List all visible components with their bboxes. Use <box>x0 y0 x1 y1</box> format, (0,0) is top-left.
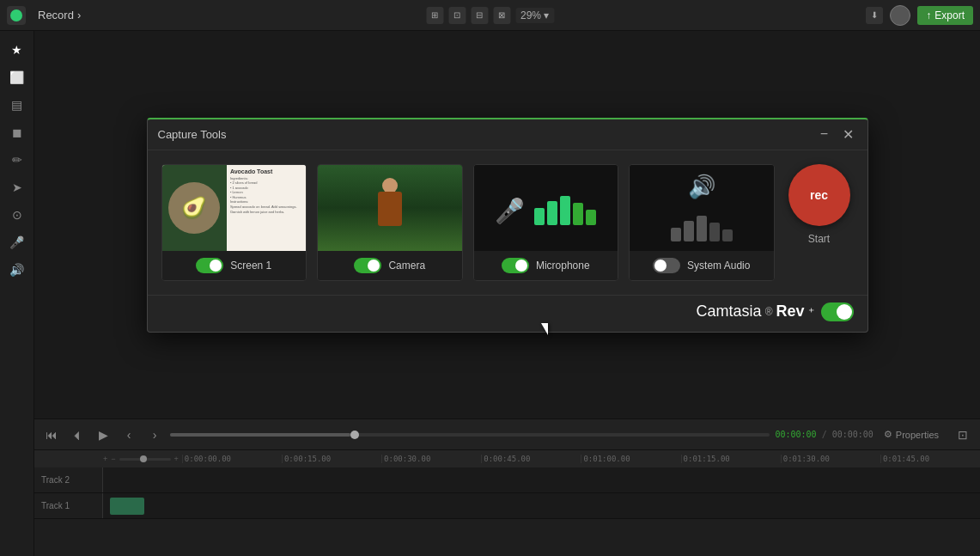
sidebar-item-annotations[interactable]: ✏ <box>5 148 29 172</box>
recipe-title: Avocado Toast <box>230 168 302 174</box>
rev-text: Rev <box>776 302 804 321</box>
audio-bar-2 <box>547 201 557 225</box>
microphone-icon: 🎤 <box>495 197 525 225</box>
top-bar-right: ⬇ ↑ Export <box>866 5 973 26</box>
camera-label: Camera <box>388 260 425 272</box>
rec-button[interactable]: rec <box>788 164 850 226</box>
system-audio-label: System Audio <box>687 260 750 272</box>
step-forward-button[interactable]: ‹ <box>119 425 139 445</box>
modal-body: 🥑 Avocado Toast Ingredients: • 2 slices … <box>148 150 867 295</box>
sys-bar-2 <box>684 221 694 241</box>
sidebar-item-canvas[interactable]: ◼ <box>5 120 29 144</box>
person-silhouette <box>373 178 407 251</box>
ruler-mark-6: 0:01:30.00 <box>781 455 880 463</box>
screen1-card: 🥑 Avocado Toast Ingredients: • 2 slices … <box>161 164 307 281</box>
add-track-icon[interactable]: + <box>103 455 107 463</box>
zoom-out-icon[interactable]: − <box>111 455 115 463</box>
track-2-label: Track 2 <box>34 467 103 492</box>
microphone-preview: 🎤 <box>474 165 618 251</box>
export-icon: ↑ <box>926 9 931 21</box>
screen1-label: Screen 1 <box>230 260 271 272</box>
play-button[interactable]: ▶ <box>93 425 113 445</box>
zoom-indicator[interactable]: 29% ▾ <box>515 8 554 23</box>
scrubber-thumb <box>350 431 359 439</box>
track-1-clip[interactable] <box>110 498 144 515</box>
camtasia-rev-toggle[interactable] <box>821 302 854 321</box>
sys-bar-3 <box>697 216 707 241</box>
screen1-preview: 🥑 Avocado Toast Ingredients: • 2 slices … <box>162 165 307 251</box>
capture-cards: 🥑 Avocado Toast Ingredients: • 2 slices … <box>161 164 775 281</box>
scrubber-fill <box>170 433 350 437</box>
sys-audio-bars <box>671 207 733 241</box>
plus-icon: ⁺ <box>808 305 814 319</box>
ingredients-list: • 2 slices of bread• 1 avocado• Lemon• H… <box>230 180 302 205</box>
ruler-mark-4: 0:01:00.00 <box>581 455 680 463</box>
download-icon[interactable]: ⬇ <box>866 7 883 24</box>
properties-button[interactable]: ⚙ Properties <box>879 427 944 442</box>
export-button[interactable]: ↑ Export <box>917 6 973 25</box>
record-button[interactable]: Record › <box>33 7 86 23</box>
top-bar: Record › ⊞ ⊡ ⊟ ⊠ 29% ▾ ⬇ ↑ Export <box>0 0 980 31</box>
mic-audio-bars: 🎤 <box>495 191 596 225</box>
avatar[interactable] <box>890 5 910 26</box>
modal-minimize-button[interactable]: − <box>816 125 833 143</box>
time-current: 00:00:00 <box>775 430 816 439</box>
ruler-mark-0: 0:00:00.00 <box>182 455 282 463</box>
crop-icon[interactable]: ⊞ <box>426 7 443 24</box>
sidebar-item-voice[interactable]: 🔊 <box>5 258 29 282</box>
zoom-dropdown-icon: ▾ <box>544 9 549 21</box>
track-2-content[interactable] <box>103 467 980 492</box>
skip-forward-button[interactable]: › <box>144 425 165 445</box>
sidebar-item-media[interactable]: ⬜ <box>5 65 29 89</box>
timeline-scrubber[interactable] <box>170 433 770 437</box>
microphone-toggle[interactable] <box>502 258 529 273</box>
properties-label: Properties <box>896 430 939 440</box>
person-torso <box>378 192 402 226</box>
sys-bar-5 <box>722 229 733 241</box>
timeline-ruler: + − + 0:00:00.00 0:00:15.00 0:00:30.00 0… <box>34 450 980 467</box>
camtasia-rev-logo: Camtasia ® Rev ⁺ <box>697 302 814 321</box>
track-row-2: Track 2 <box>34 467 980 493</box>
time-display: 00:00:00 / 00:00:00 <box>775 430 873 439</box>
time-total: 00:00:00 <box>832 430 873 439</box>
record-section: rec Start <box>785 164 854 245</box>
sidebar-item-library[interactable]: ▤ <box>5 93 29 117</box>
track-1-label: Track 1 <box>34 493 103 518</box>
ruler-mark-7: 0:01:45.00 <box>880 455 980 463</box>
ruler-mark-5: 0:01:15.00 <box>681 455 781 463</box>
zoom-slider-thumb[interactable] <box>140 455 147 462</box>
fit-icon[interactable]: ⊡ <box>448 7 466 24</box>
sidebar-item-transitions[interactable]: ➤ <box>5 175 29 199</box>
camera-label-row: Camera <box>318 251 462 280</box>
timeline-area: + − + 0:00:00.00 0:00:15.00 0:00:30.00 0… <box>34 450 980 556</box>
sidebar-item-behaviors[interactable]: ⊙ <box>5 203 29 227</box>
expand-icon[interactable]: ⊡ <box>953 425 973 445</box>
audio-bar-1 <box>534 208 545 225</box>
track-1-content[interactable] <box>103 493 980 518</box>
camera-feed <box>318 165 462 251</box>
time-separator: / <box>822 430 832 439</box>
camera-toggle[interactable] <box>354 258 381 273</box>
breadcrumb-arrow: › <box>77 9 81 21</box>
export-label: Export <box>934 9 965 21</box>
modal-close-button[interactable]: ✕ <box>840 125 857 143</box>
sys-bar-4 <box>709 223 720 241</box>
app-icon <box>7 6 26 25</box>
microphone-card: 🎤 <box>473 164 619 281</box>
sidebar-item-favorites[interactable]: ★ <box>5 38 29 62</box>
sidebar-item-audio[interactable]: 🎤 <box>5 230 29 254</box>
recipe-image-left: 🥑 <box>162 165 227 251</box>
microphone-label-row: Microphone <box>474 251 618 280</box>
main-area: Capture Tools − ✕ 🥑 <box>34 31 980 419</box>
rec-label: rec <box>810 189 828 201</box>
system-audio-preview: 🔊 <box>630 165 774 251</box>
system-audio-toggle[interactable] <box>653 258 680 273</box>
modal-header: Capture Tools − ✕ <box>148 119 867 150</box>
skip-back-button[interactable]: ⏮ <box>41 425 62 445</box>
split-icon[interactable]: ⊟ <box>471 7 488 24</box>
annotate-icon[interactable]: ⊠ <box>493 7 510 24</box>
step-back-button[interactable]: ⏴ <box>67 425 88 445</box>
zoom-in-icon[interactable]: + <box>174 455 179 463</box>
ruler-mark-2: 0:00:30.00 <box>381 455 481 463</box>
screen1-toggle[interactable] <box>196 258 223 273</box>
